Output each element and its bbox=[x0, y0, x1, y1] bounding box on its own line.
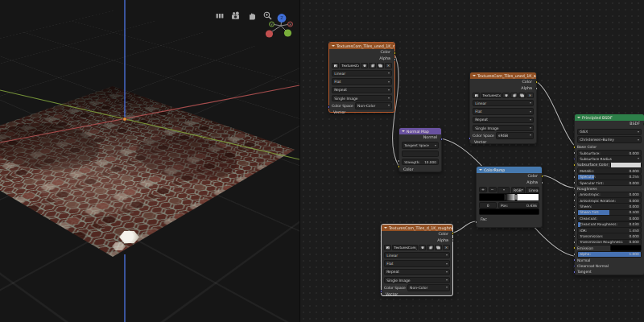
socket-color-out[interactable] bbox=[541, 175, 544, 178]
image-browse-icon[interactable] bbox=[384, 245, 391, 250]
image-name-field[interactable]: TexturesCom_Til bbox=[481, 93, 502, 98]
socket-in[interactable] bbox=[573, 151, 576, 155]
collapse-icon[interactable] bbox=[332, 45, 335, 47]
node-header[interactable]: ColorRamp bbox=[477, 167, 542, 173]
distribution-dropdown[interactable]: GGX bbox=[577, 129, 642, 136]
node-header[interactable]: TexturesCom_Tiles_d_1K_roughness.ti bbox=[382, 225, 452, 231]
open-image-icon[interactable] bbox=[518, 93, 526, 98]
space-dropdown[interactable]: Tangent Space bbox=[402, 142, 439, 149]
ramp-stop-0[interactable] bbox=[504, 194, 506, 201]
camera-view-icon[interactable] bbox=[230, 10, 242, 22]
image-name-field[interactable]: TexturesCom_Til bbox=[392, 245, 418, 250]
socket-in[interactable] bbox=[573, 175, 576, 179]
node-colorramp[interactable]: ColorRamp Color Alpha + − RGB Linear 0 P… bbox=[476, 166, 543, 228]
add-stop-button[interactable]: + bbox=[479, 187, 487, 192]
socket-normal-in[interactable] bbox=[573, 258, 576, 262]
collapse-icon[interactable] bbox=[577, 117, 580, 118]
node-normal-map[interactable]: Normal Map Normal Tangent Space Strength… bbox=[398, 127, 442, 172]
socket-in[interactable] bbox=[573, 217, 576, 220]
collapse-icon[interactable] bbox=[384, 227, 387, 229]
node-principled-bsdf[interactable]: Principled BSDF BSDF GGX Christensen-Bur… bbox=[574, 114, 644, 275]
socket-roughness-in[interactable] bbox=[573, 187, 576, 190]
node-image-texture-normal[interactable]: TexturesCom_Tiles_uned_1K_normal.ti Colo… bbox=[328, 42, 395, 113]
node-image-texture-roughness[interactable]: TexturesCom_Tiles_d_1K_roughness.ti Colo… bbox=[381, 224, 453, 296]
socket-vector-in[interactable] bbox=[328, 105, 331, 109]
interpolation-dropdown[interactable]: Linear bbox=[384, 252, 450, 259]
socket-alpha-out[interactable] bbox=[541, 181, 544, 184]
open-image-icon[interactable] bbox=[435, 245, 442, 250]
stop-color-swatch[interactable] bbox=[479, 208, 539, 216]
source-dropdown[interactable]: Single Image bbox=[473, 125, 534, 132]
interpolation-dropdown[interactable]: Linear bbox=[473, 100, 534, 107]
extension-dropdown[interactable]: Repeat bbox=[384, 269, 450, 276]
socket-color-out[interactable] bbox=[394, 52, 397, 55]
fake-user-icon[interactable] bbox=[361, 63, 368, 68]
socket-alpha-out[interactable] bbox=[535, 87, 539, 90]
node-header[interactable]: TexturesCom_Tiles_uned_1K_normal.ti bbox=[329, 43, 394, 49]
new-image-icon[interactable] bbox=[510, 93, 518, 98]
collapse-icon[interactable] bbox=[473, 75, 476, 76]
projection-dropdown[interactable]: Flat bbox=[332, 78, 392, 85]
move-view-hand-icon[interactable] bbox=[246, 10, 258, 22]
shader-node-editor[interactable]: TexturesCom_Tiles_uned_1K_normal.ti Colo… bbox=[299, 0, 644, 322]
extension-dropdown[interactable]: Repeat bbox=[332, 87, 392, 94]
unlink-icon[interactable]: × bbox=[526, 93, 534, 98]
socket-in[interactable] bbox=[573, 211, 576, 214]
extension-dropdown[interactable]: Repeat bbox=[473, 117, 534, 124]
projection-dropdown[interactable]: Flat bbox=[473, 108, 534, 115]
collapse-icon[interactable] bbox=[402, 130, 405, 132]
node-header[interactable]: TexturesCom_Tiles_uned_1K_albedo.tif bbox=[470, 72, 536, 79]
socket-in[interactable] bbox=[573, 199, 576, 202]
fake-user-icon[interactable] bbox=[419, 245, 426, 250]
collapse-icon[interactable] bbox=[479, 169, 482, 171]
socket-fac-in[interactable] bbox=[475, 221, 478, 224]
color-ramp-gradient[interactable] bbox=[479, 193, 539, 201]
socket-alpha-out[interactable] bbox=[452, 238, 455, 242]
socket-alpha-out[interactable] bbox=[394, 58, 397, 61]
new-image-icon[interactable] bbox=[369, 63, 376, 68]
socket-color-out[interactable] bbox=[535, 80, 539, 84]
socket-in[interactable] bbox=[573, 181, 576, 184]
uv-map-field[interactable] bbox=[402, 151, 439, 158]
stop-position-slider[interactable]: Pos: 0.436 bbox=[498, 202, 539, 209]
socket-strength-in[interactable] bbox=[398, 159, 401, 163]
socket-in[interactable] bbox=[573, 241, 576, 244]
socket-in[interactable] bbox=[573, 229, 576, 232]
projection-dropdown[interactable]: Flat bbox=[384, 260, 450, 267]
ortho-grid-icon[interactable] bbox=[214, 10, 225, 22]
node-header[interactable]: Principled BSDF bbox=[575, 114, 644, 121]
socket-in[interactable] bbox=[573, 163, 576, 167]
color-space-dropdown[interactable]: sRGB bbox=[496, 132, 534, 139]
socket-in[interactable] bbox=[573, 223, 576, 226]
stop-index-field[interactable]: 0 bbox=[479, 202, 497, 209]
socket-normal-out[interactable] bbox=[440, 138, 444, 141]
unlink-icon[interactable]: × bbox=[385, 63, 392, 68]
color-space-dropdown[interactable]: Non-Color bbox=[407, 284, 450, 291]
unlink-icon[interactable]: × bbox=[443, 245, 450, 250]
node-image-texture-albedo[interactable]: TexturesCom_Tiles_uned_1K_albedo.tif Col… bbox=[469, 72, 537, 144]
socket-in[interactable] bbox=[573, 253, 576, 256]
socket-color-out[interactable] bbox=[452, 232, 455, 235]
open-image-icon[interactable] bbox=[377, 63, 384, 68]
socket-base-color-in[interactable] bbox=[573, 146, 576, 149]
strength-slider[interactable]: Strength: 10.000 bbox=[402, 159, 439, 166]
remove-stop-button[interactable]: − bbox=[489, 187, 497, 192]
image-browse-icon[interactable] bbox=[332, 63, 339, 68]
3d-viewport[interactable]: Z Y X bbox=[0, 0, 299, 322]
image-name-field[interactable]: TexturesCom_Til bbox=[340, 63, 360, 68]
socket-in[interactable] bbox=[573, 193, 576, 196]
new-image-icon[interactable] bbox=[427, 245, 434, 250]
socket-in[interactable] bbox=[573, 158, 576, 161]
source-dropdown[interactable]: Single Image bbox=[332, 95, 392, 102]
socket-in[interactable] bbox=[573, 169, 576, 172]
source-dropdown[interactable]: Single Image bbox=[384, 277, 450, 284]
navigation-gizmo[interactable]: Z Y X bbox=[259, 6, 296, 43]
node-header[interactable]: Normal Map bbox=[399, 128, 441, 134]
socket-in[interactable] bbox=[573, 265, 576, 268]
ramp-stop-1[interactable] bbox=[515, 194, 518, 201]
fake-user-icon[interactable] bbox=[502, 93, 510, 98]
socket-in[interactable] bbox=[573, 246, 576, 250]
socket-in[interactable] bbox=[573, 235, 576, 238]
subsurface-method-dropdown[interactable]: Christensen-Burley bbox=[577, 136, 642, 143]
socket-in[interactable] bbox=[573, 270, 576, 274]
